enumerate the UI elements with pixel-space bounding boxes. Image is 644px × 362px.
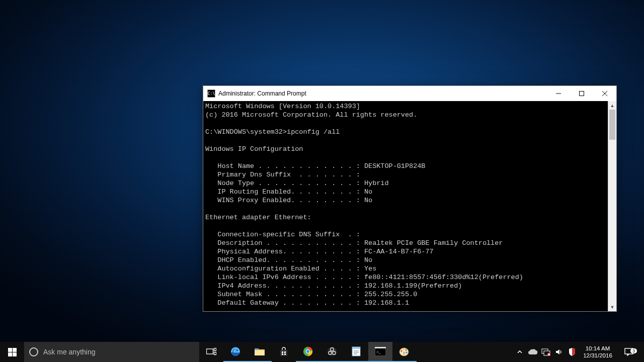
minimize-button[interactable] xyxy=(547,86,570,101)
svg-rect-9 xyxy=(214,348,216,351)
svg-rect-14 xyxy=(282,351,283,353)
taskbar-app-store[interactable] xyxy=(272,342,296,362)
taskbar-app-obs[interactable] xyxy=(320,342,344,362)
task-view-button[interactable] xyxy=(199,342,223,362)
desktop[interactable]: C:\ Administrator: Command Prompt Micros… xyxy=(0,0,644,362)
svg-point-37 xyxy=(406,351,407,353)
svg-point-36 xyxy=(405,349,407,350)
svg-text:>_: >_ xyxy=(376,350,381,354)
svg-rect-13 xyxy=(255,348,259,350)
scroll-thumb[interactable] xyxy=(609,110,615,140)
onedrive-icon[interactable] xyxy=(526,348,539,355)
scroll-track[interactable] xyxy=(608,110,616,303)
close-button[interactable] xyxy=(593,86,616,101)
svg-rect-16 xyxy=(282,353,283,355)
scroll-up-button[interactable]: ▲ xyxy=(608,101,616,110)
taskbar-clock[interactable]: 10:14 AM 12/31/2016 xyxy=(579,345,617,359)
svg-rect-12 xyxy=(255,350,265,355)
taskbar-app-chrome[interactable] xyxy=(296,342,320,362)
titlebar[interactable]: C:\ Administrator: Command Prompt xyxy=(203,86,616,101)
svg-rect-4 xyxy=(8,348,12,352)
system-tray: ✕ 10:14 AM 12/31/2016 3 xyxy=(513,342,644,362)
svg-rect-1 xyxy=(580,92,584,96)
clock-date: 12/31/2016 xyxy=(583,352,612,359)
start-button[interactable] xyxy=(0,342,24,362)
svg-point-20 xyxy=(306,350,309,353)
taskbar-app-edge[interactable] xyxy=(223,342,248,362)
notification-badge: 3 xyxy=(630,348,637,353)
window-title: Administrator: Command Prompt xyxy=(218,90,306,97)
svg-rect-10 xyxy=(214,352,216,355)
taskbar-app-paint[interactable] xyxy=(392,342,417,362)
command-prompt-window[interactable]: C:\ Administrator: Command Prompt Micros… xyxy=(203,85,617,312)
maximize-button[interactable] xyxy=(570,86,593,101)
svg-point-34 xyxy=(400,350,402,351)
svg-rect-6 xyxy=(8,352,12,356)
taskbar-app-notepad[interactable] xyxy=(344,342,368,362)
svg-rect-26 xyxy=(352,347,360,349)
action-center-button[interactable]: 3 xyxy=(617,347,641,356)
console-output[interactable]: Microsoft Windows [Version 10.0.14393] (… xyxy=(203,101,608,311)
taskbar-app-command-prompt[interactable]: >_ xyxy=(368,342,392,362)
scroll-down-button[interactable]: ▼ xyxy=(608,303,616,311)
search-box[interactable]: Ask me anything xyxy=(24,342,199,362)
taskbar: Ask me anything >_ xyxy=(0,342,644,362)
svg-rect-15 xyxy=(284,351,286,353)
svg-rect-5 xyxy=(13,348,17,352)
svg-point-35 xyxy=(403,348,404,350)
search-placeholder: Ask me anything xyxy=(43,348,96,356)
clock-time: 10:14 AM xyxy=(586,345,610,352)
defender-icon[interactable] xyxy=(566,348,579,356)
taskbar-app-file-explorer[interactable] xyxy=(248,342,272,362)
cmd-icon: C:\ xyxy=(207,89,215,98)
tray-overflow-button[interactable] xyxy=(513,349,526,354)
svg-rect-31 xyxy=(375,347,386,348)
network-icon[interactable]: ✕ xyxy=(539,348,552,356)
svg-text:✕: ✕ xyxy=(548,353,550,356)
svg-rect-8 xyxy=(207,349,213,354)
svg-rect-17 xyxy=(284,353,286,355)
cortana-icon xyxy=(29,347,38,356)
volume-icon[interactable] xyxy=(552,348,566,356)
vertical-scrollbar[interactable]: ▲ ▼ xyxy=(608,101,616,311)
svg-rect-7 xyxy=(13,352,17,356)
